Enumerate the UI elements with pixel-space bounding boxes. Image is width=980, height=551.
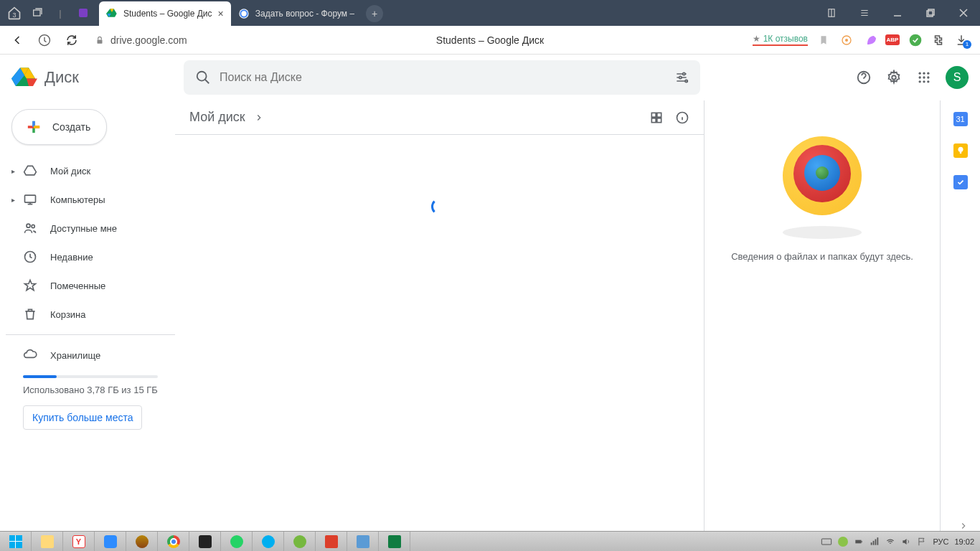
details-panel: Сведения о файлах и папках будут здесь.	[705, 100, 940, 531]
google-favicon	[238, 8, 250, 19]
feather-ext-icon[interactable]	[862, 33, 877, 47]
star-icon	[23, 278, 37, 293]
storage-text: Использовано 3,78 ГБ из 15 ГБ	[23, 384, 158, 397]
sidebar-item-mydrive[interactable]: Мой диск	[6, 156, 175, 185]
sidebar-item-starred[interactable]: Помеченные	[6, 271, 175, 300]
create-button[interactable]: Создать	[11, 109, 107, 145]
tray-volume-icon[interactable]	[901, 537, 911, 547]
url-field[interactable]: drive.google.com	[88, 34, 748, 46]
check-ext-icon[interactable]	[908, 33, 923, 47]
extensions-icon[interactable]	[931, 33, 946, 47]
svg-point-8	[845, 39, 848, 42]
extension-indicator[interactable]	[73, 3, 93, 23]
task-app3[interactable]	[347, 532, 379, 552]
task-whatsapp[interactable]	[221, 532, 253, 552]
browser-titlebar: 3 | Students – Google Дис × Задать вопро…	[0, 0, 980, 26]
nav-label: Корзина	[50, 309, 86, 320]
new-window-button[interactable]	[27, 3, 47, 23]
create-label: Создать	[52, 121, 90, 133]
abp-ext-icon[interactable]: ABP	[885, 33, 900, 47]
menu-button[interactable]	[848, 0, 881, 26]
sidebar-item-computers[interactable]: Компьютеры	[6, 185, 175, 214]
loading-area	[175, 135, 704, 278]
search-box[interactable]	[184, 60, 700, 95]
task-pdf[interactable]	[316, 532, 347, 552]
task-chrome[interactable]	[158, 532, 189, 552]
task-explorer[interactable]	[32, 532, 63, 552]
trash-icon	[23, 307, 37, 321]
task-skype[interactable]	[253, 532, 284, 552]
sidebar: Создать Мой диск Компьютеры Доступные мн…	[0, 100, 175, 531]
task-zoom[interactable]	[95, 532, 126, 552]
svg-rect-41	[875, 539, 877, 545]
sidebar-item-storage[interactable]: Хранилище	[6, 341, 175, 369]
nav-label: Помеченные	[50, 281, 105, 291]
new-tab-button[interactable]: +	[366, 5, 383, 22]
settings-icon[interactable]	[885, 69, 903, 86]
bookmark-icon[interactable]	[816, 33, 831, 47]
task-app1[interactable]	[126, 532, 158, 552]
plus-icon	[24, 117, 44, 137]
grid-view-icon[interactable]	[649, 110, 664, 125]
tray-flag-icon[interactable]	[917, 537, 927, 547]
apps-grid-icon[interactable]	[915, 69, 933, 86]
tab-drive[interactable]: Students – Google Дис ×	[99, 1, 231, 26]
reload-button[interactable]	[60, 29, 83, 52]
tray-overflow-chevron[interactable]	[958, 521, 969, 531]
buy-storage-button[interactable]: Купить больше места	[23, 405, 142, 430]
calendar-rail-icon[interactable]: 31	[953, 112, 968, 126]
nav-label: Компьютеры	[50, 194, 105, 205]
tray-language[interactable]: РУС	[933, 537, 948, 546]
svg-point-21	[927, 76, 929, 78]
nav-label: Мой диск	[50, 166, 90, 176]
tray-battery-icon[interactable]	[854, 537, 864, 547]
keep-rail-icon[interactable]	[953, 143, 968, 158]
search-input[interactable]	[220, 71, 666, 84]
breadcrumb[interactable]: Мой диск	[189, 110, 264, 125]
details-illustration	[772, 129, 872, 230]
start-button[interactable]	[0, 532, 32, 552]
downloads-icon[interactable]: 1	[954, 33, 969, 47]
reviews-badge[interactable]: ★ 1К отзывов	[753, 34, 808, 46]
drive-header: Диск S	[0, 55, 980, 100]
svg-point-9	[910, 34, 922, 46]
task-yandex[interactable]: Y	[63, 532, 95, 552]
task-app2[interactable]	[189, 532, 221, 552]
info-icon[interactable]	[675, 110, 689, 125]
tab-title: Students – Google Дис	[123, 9, 212, 19]
drive-logo[interactable]: Диск	[11, 65, 175, 90]
minimize-button[interactable]	[881, 0, 914, 26]
svg-rect-36	[822, 539, 831, 545]
tray-clock[interactable]: 19:02	[954, 537, 974, 546]
shield-ext-icon[interactable]	[839, 33, 854, 47]
tray-security-icon[interactable]	[838, 537, 848, 547]
close-window-button[interactable]	[947, 0, 980, 26]
sidebar-item-trash[interactable]: Корзина	[6, 300, 175, 329]
tray-keyboard-icon[interactable]	[821, 537, 832, 546]
maximize-button[interactable]	[914, 0, 947, 26]
svg-rect-42	[877, 537, 879, 545]
tasks-rail-icon[interactable]	[953, 175, 968, 189]
task-excel[interactable]	[379, 532, 410, 552]
svg-point-24	[927, 80, 929, 83]
back-button[interactable]	[6, 29, 29, 52]
home-button[interactable]: 3	[4, 3, 24, 23]
yandex-button[interactable]	[33, 29, 56, 52]
svg-rect-29	[651, 113, 656, 117]
search-options-icon[interactable]	[674, 70, 689, 85]
close-tab-icon[interactable]: ×	[218, 8, 224, 19]
help-icon[interactable]	[855, 69, 872, 86]
drive-logo-text: Диск	[44, 68, 79, 87]
recent-icon	[23, 250, 37, 264]
tray-wifi-icon[interactable]	[885, 537, 895, 547]
sidebar-item-recent[interactable]: Недавние	[6, 242, 175, 271]
svg-point-15	[892, 75, 896, 80]
tray-network-icon[interactable]	[870, 537, 880, 547]
reader-mode-icon[interactable]	[815, 0, 848, 26]
tab-forum[interactable]: Задать вопрос - Форум –	[231, 1, 362, 26]
lock-icon	[95, 35, 105, 45]
svg-point-20	[923, 76, 925, 78]
sidebar-item-shared[interactable]: Доступные мне	[6, 214, 175, 242]
task-utorrent[interactable]	[284, 532, 316, 552]
account-avatar[interactable]: S	[946, 66, 969, 89]
